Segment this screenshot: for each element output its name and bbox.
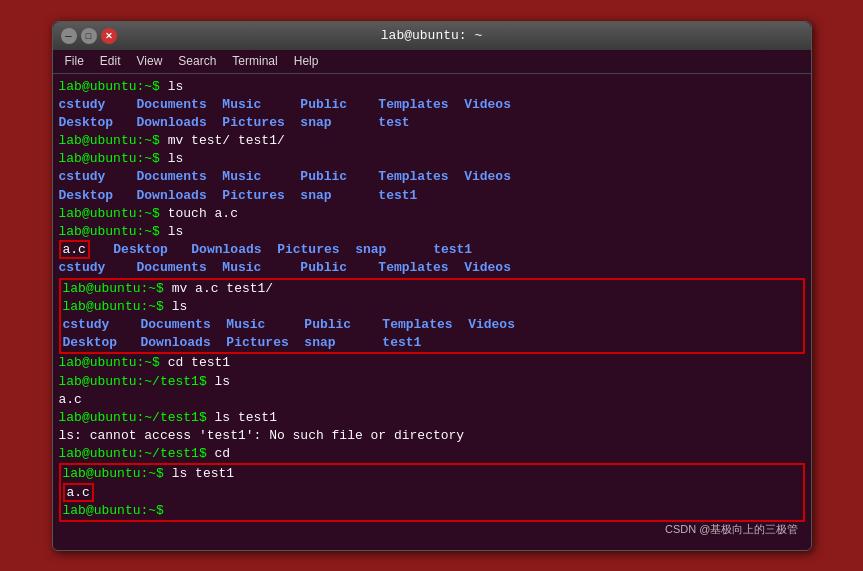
- menu-edit[interactable]: Edit: [92, 52, 129, 70]
- terminal-line: lab@ubuntu:~/test1$ ls: [59, 373, 805, 391]
- terminal-line: lab@ubuntu:~/test1$ ls test1: [59, 409, 805, 427]
- titlebar: ─ □ ✕ lab@ubuntu: ~: [53, 22, 811, 50]
- terminal-line: Desktop Downloads Pictures snap test1: [59, 187, 805, 205]
- highlight-ac-2: a.c: [63, 483, 94, 502]
- terminal-line: cstudy Documents Music Public Templates …: [63, 316, 801, 334]
- highlight-ac: a.c: [59, 240, 90, 259]
- terminal-line: lab@ubuntu:~$ mv test/ test1/: [59, 132, 805, 150]
- terminal-window: ─ □ ✕ lab@ubuntu: ~ File Edit View Searc…: [52, 21, 812, 551]
- terminal-line: a.c Desktop Downloads Pictures snap test…: [59, 241, 805, 259]
- terminal-body[interactable]: lab@ubuntu:~$ ls cstudy Documents Music …: [53, 74, 811, 550]
- terminal-line: a.c: [59, 391, 805, 409]
- terminal-line: ls: cannot access 'test1': No such file …: [59, 427, 805, 445]
- terminal-line: lab@ubuntu:~$ ls: [59, 150, 805, 168]
- terminal-line: lab@ubuntu:~$ mv a.c test1/: [63, 280, 801, 298]
- terminal-line: lab@ubuntu:~$ ls test1: [63, 465, 801, 483]
- menu-help[interactable]: Help: [286, 52, 327, 70]
- menubar: File Edit View Search Terminal Help: [53, 50, 811, 74]
- terminal-line: a.c: [63, 484, 801, 502]
- terminal-line: cstudy Documents Music Public Templates …: [59, 168, 805, 186]
- terminal-line: lab@ubuntu:~$ ls: [59, 78, 805, 96]
- cmd: ls: [168, 79, 184, 94]
- terminal-line: cstudy Documents Music Public Templates …: [59, 259, 805, 277]
- maximize-button[interactable]: □: [81, 28, 97, 44]
- watermark: CSDN @基极向上的三极管: [665, 522, 798, 537]
- prompt: lab@ubuntu:~$: [59, 79, 168, 94]
- menu-terminal[interactable]: Terminal: [224, 52, 285, 70]
- highlight-block-2: lab@ubuntu:~$ ls test1 a.c lab@ubuntu:~$: [59, 463, 805, 522]
- terminal-line: lab@ubuntu:~$ cd test1: [59, 354, 805, 372]
- terminal-line: lab@ubuntu:~/test1$ cd: [59, 445, 805, 463]
- menu-file[interactable]: File: [57, 52, 92, 70]
- terminal-line: lab@ubuntu:~$: [63, 502, 801, 520]
- terminal-line: Desktop Downloads Pictures snap test1: [63, 334, 801, 352]
- terminal-line: lab@ubuntu:~$ ls: [63, 298, 801, 316]
- terminal-line: Desktop Downloads Pictures snap test: [59, 114, 805, 132]
- terminal-line: lab@ubuntu:~$ ls: [59, 223, 805, 241]
- minimize-button[interactable]: ─: [61, 28, 77, 44]
- menu-view[interactable]: View: [129, 52, 171, 70]
- close-button[interactable]: ✕: [101, 28, 117, 44]
- menu-search[interactable]: Search: [170, 52, 224, 70]
- highlight-block-1: lab@ubuntu:~$ mv a.c test1/ lab@ubuntu:~…: [59, 278, 805, 355]
- terminal-line: cstudy Documents Music Public Templates …: [59, 96, 805, 114]
- terminal-line: lab@ubuntu:~$ touch a.c: [59, 205, 805, 223]
- window-controls[interactable]: ─ □ ✕: [61, 28, 117, 44]
- window-title: lab@ubuntu: ~: [381, 28, 482, 43]
